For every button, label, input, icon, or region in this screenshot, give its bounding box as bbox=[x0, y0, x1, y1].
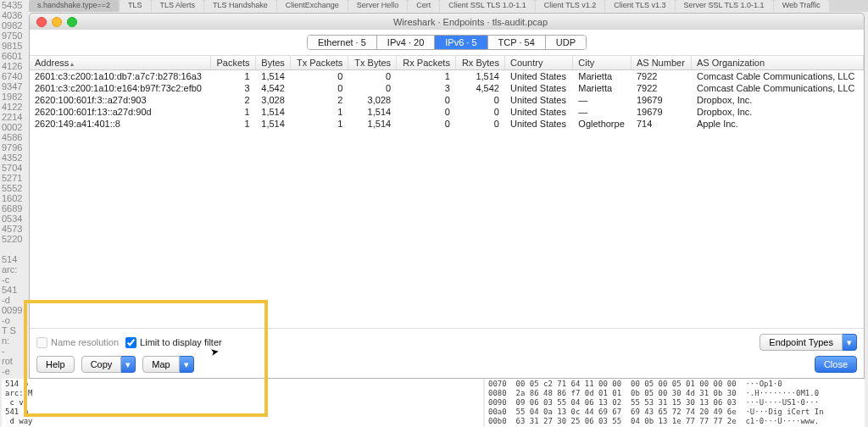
bg-editor-tabs: s.handshake.type==2TLSTLS AlertsTLS Hand… bbox=[29, 0, 868, 12]
col-address[interactable]: Address▴ bbox=[30, 56, 210, 70]
help-button[interactable]: Help bbox=[36, 356, 75, 373]
zoom-icon[interactable] bbox=[67, 17, 77, 27]
col-as-organization[interactable]: AS Organization bbox=[692, 56, 864, 70]
col-tx-packets[interactable]: Tx Packets bbox=[290, 56, 348, 70]
endpoints-table: Address▴PacketsBytesTx PacketsTx BytesRx… bbox=[30, 56, 864, 130]
copy-button[interactable]: Copy ▾ bbox=[81, 356, 136, 373]
tab-ethernet[interactable]: Ethernet · 5 bbox=[308, 36, 377, 49]
tab-udp[interactable]: UDP bbox=[546, 36, 586, 49]
options-row: Name resolution Limit to display filter … bbox=[30, 329, 864, 356]
minimize-icon[interactable] bbox=[52, 17, 62, 27]
col-rx-packets[interactable]: Rx Packets bbox=[397, 56, 456, 70]
window-title: Wireshark · Endpoints · tls-audit.pcap bbox=[77, 17, 864, 27]
col-bytes[interactable]: Bytes bbox=[255, 56, 290, 70]
limit-display-input[interactable] bbox=[125, 337, 136, 348]
protocol-tabs-wrap: Ethernet · 5IPv4 · 20IPv6 · 5TCP · 54UDP bbox=[30, 30, 864, 55]
window-controls[interactable] bbox=[36, 17, 77, 27]
close-button[interactable]: Close bbox=[815, 356, 857, 373]
table-row[interactable]: 2620:100:601f:13::a27d:90d11,51411,51400… bbox=[30, 106, 864, 118]
endpoints-table-wrap[interactable]: Address▴PacketsBytesTx PacketsTx BytesRx… bbox=[30, 55, 864, 329]
name-resolution-label: Name resolution bbox=[51, 337, 119, 347]
window-titlebar: Wireshark · Endpoints · tls-audit.pcap bbox=[29, 13, 865, 31]
chevron-down-icon[interactable]: ▾ bbox=[180, 356, 194, 373]
action-row: Help Copy ▾ Map ▾ Close bbox=[30, 356, 864, 378]
name-resolution-input bbox=[36, 337, 47, 348]
col-as-number[interactable]: AS Number bbox=[631, 56, 691, 70]
col-tx-bytes[interactable]: Tx Bytes bbox=[348, 56, 397, 70]
map-button[interactable]: Map ▾ bbox=[142, 356, 193, 373]
table-row[interactable]: 2601:c3:c200:1a10:db7:a7c7:b278:16a311,5… bbox=[30, 70, 864, 83]
col-city[interactable]: City bbox=[573, 56, 632, 70]
chevron-down-icon[interactable]: ▾ bbox=[121, 356, 136, 373]
table-row[interactable]: 2620:100:601f:3::a27d:90323,02823,02800U… bbox=[30, 94, 864, 106]
limit-display-checkbox[interactable]: Limit to display filter bbox=[125, 337, 222, 348]
copy-label[interactable]: Copy bbox=[81, 356, 122, 373]
name-resolution-checkbox: Name resolution bbox=[36, 337, 119, 348]
bg-line-numbers: 5435403609829750981566014126674093471982… bbox=[2, 0, 25, 417]
table-header-row: Address▴PacketsBytesTx PacketsTx BytesRx… bbox=[30, 56, 864, 70]
endpoints-dialog: Ethernet · 5IPv4 · 20IPv6 · 5TCP · 54UDP… bbox=[29, 30, 865, 379]
bg-hex-dump: 0070 00 05 c2 71 64 11 00 00 00 05 00 05… bbox=[485, 379, 865, 427]
close-icon[interactable] bbox=[36, 17, 47, 27]
table-row[interactable]: 2620:149:a41:401::811,51411,51400United … bbox=[30, 118, 864, 130]
protocol-tabs: Ethernet · 5IPv4 · 20IPv6 · 5TCP · 54UDP bbox=[307, 35, 587, 50]
col-country[interactable]: Country bbox=[504, 56, 572, 70]
bg-packet-details: 514 b arc: M c v 541 m d way 0099 0 o me… bbox=[2, 379, 483, 427]
tab-tcp[interactable]: TCP · 54 bbox=[488, 36, 546, 49]
map-label[interactable]: Map bbox=[142, 356, 179, 373]
col-packets[interactable]: Packets bbox=[210, 56, 255, 70]
table-row[interactable]: 2601:c3:c200:1a10:e164:b97f:73c2:efb034,… bbox=[30, 82, 864, 94]
table-body: 2601:c3:c200:1a10:db7:a7c7:b278:16a311,5… bbox=[30, 70, 864, 130]
endpoint-types-label[interactable]: Endpoint Types bbox=[760, 334, 843, 351]
endpoint-types-button[interactable]: Endpoint Types ▾ bbox=[760, 334, 857, 351]
col-rx-bytes[interactable]: Rx Bytes bbox=[455, 56, 504, 70]
tab-ipv4[interactable]: IPv4 · 20 bbox=[377, 36, 435, 49]
tab-ipv6[interactable]: IPv6 · 5 bbox=[435, 36, 487, 49]
chevron-down-icon[interactable]: ▾ bbox=[843, 334, 857, 351]
